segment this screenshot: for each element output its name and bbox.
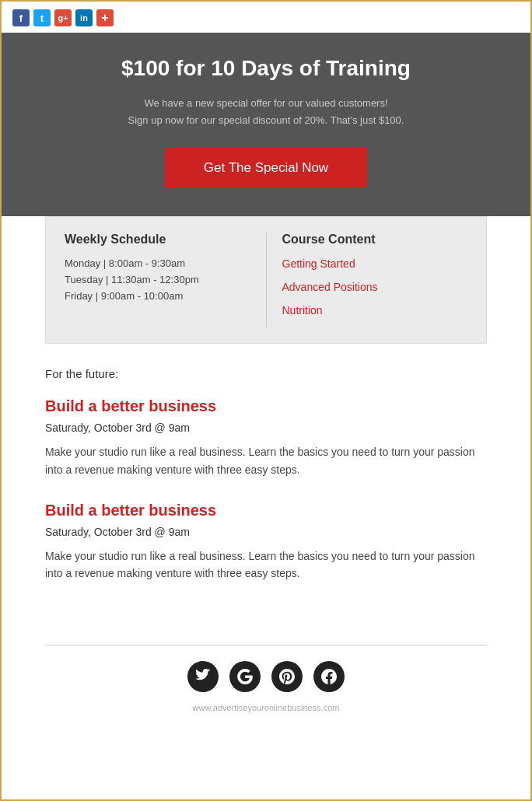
event-block-2: Build a better business Saturady, Octobe… <box>45 502 487 582</box>
footer-divider <box>45 645 487 645</box>
facebook-top-icon[interactable]: f <box>12 9 30 26</box>
event-2-description: Make your studio run like a real busines… <box>45 547 487 582</box>
footer-facebook-icon[interactable] <box>313 661 345 692</box>
course-heading: Course Content <box>282 233 468 247</box>
schedule-heading: Weekly Schedule <box>65 233 250 247</box>
event-2-date: Saturady, October 3rd @ 9am <box>45 526 487 538</box>
course-link-getting-started[interactable]: Getting Started <box>282 257 468 270</box>
course-link-nutrition[interactable]: Nutrition <box>282 304 468 317</box>
cta-button[interactable]: Get The Special Now <box>165 148 367 188</box>
schedule-monday: Monday | 8:00am - 9:30am <box>65 257 250 269</box>
schedule-column: Weekly Schedule Monday | 8:00am - 9:30am… <box>65 233 266 327</box>
footer-googleplus-icon[interactable] <box>229 661 261 692</box>
addthis-top-icon[interactable]: + <box>96 9 114 26</box>
hero-subtitle: We have a new special offer for our valu… <box>33 95 499 129</box>
schedule-tuesday: Tuesday | 11:30am - 12:30pm <box>65 274 250 285</box>
hero-section: $100 for 10 Days of Training We have a n… <box>2 33 530 216</box>
event-block-1: Build a better business Saturady, Octobe… <box>45 397 487 478</box>
social-top-bar: f t g+ in + <box>2 2 530 33</box>
footer-website: www.advertiseyouronlinebusiness.com <box>2 703 530 712</box>
footer-social-icons <box>2 661 530 692</box>
twitter-top-icon[interactable]: t <box>33 9 51 26</box>
footer-twitter-icon[interactable] <box>187 661 219 692</box>
hero-title: $100 for 10 Days of Training <box>33 56 499 81</box>
page-wrapper: f t g+ in + $100 for 10 Days of Training… <box>0 0 532 801</box>
future-label: For the future: <box>45 367 487 380</box>
footer-pinterest-icon[interactable] <box>271 661 303 692</box>
event-1-title: Build a better business <box>45 397 487 415</box>
event-2-title: Build a better business <box>45 502 487 519</box>
info-section: Weekly Schedule Monday | 8:00am - 9:30am… <box>45 216 487 344</box>
course-link-advanced-positions[interactable]: Advanced Positions <box>282 281 468 293</box>
event-1-description: Make your studio run like a real busines… <box>45 443 487 478</box>
body-content: For the future: Build a better business … <box>2 344 530 621</box>
event-1-date: Saturady, October 3rd @ 9am <box>45 421 487 434</box>
linkedin-top-icon[interactable]: in <box>75 9 93 26</box>
course-column: Course Content Getting Started Advanced … <box>266 233 468 327</box>
googleplus-top-icon[interactable]: g+ <box>54 9 72 26</box>
schedule-friday: Friday | 9:00am - 10:00am <box>65 290 250 302</box>
